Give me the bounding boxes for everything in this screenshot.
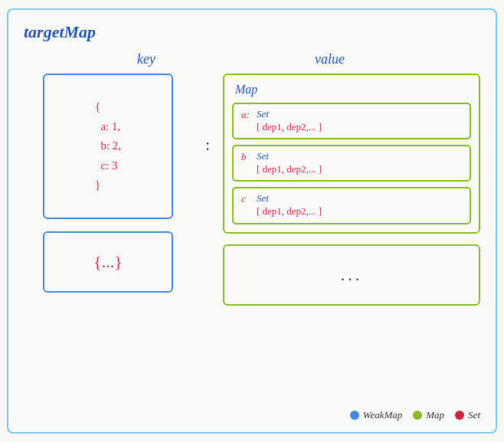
set-row-c: c Set [ dep1, dep2,... ] (232, 187, 471, 224)
set-inner-c: Set [ dep1, dep2,... ] (257, 192, 322, 218)
set-dot (455, 411, 464, 420)
key-column-header: key (70, 51, 223, 67)
key-small-content: {...} (93, 252, 123, 272)
key-large-box: { a: 1, b: 2, c: 3 } (43, 74, 173, 219)
legend: WeakMap Map Set (350, 409, 480, 421)
set-value-a: [ dep1, dep2,... ] (257, 120, 322, 134)
set-key-c: c (241, 192, 252, 206)
map-outer-box: Map a: Set [ dep1, dep2,... ] b Set [ de… (223, 74, 480, 234)
diagram-title: targetMap (24, 22, 480, 42)
set-inner-a: Set [ dep1, dep2,... ] (257, 108, 322, 134)
value-column-header: value (315, 51, 345, 67)
weakmap-label: WeakMap (363, 409, 403, 421)
set-inner-b: Set [ dep1, dep2,... ] (257, 150, 322, 176)
columns-header: key value (24, 51, 480, 67)
value-section: Map a: Set [ dep1, dep2,... ] b Set [ de… (223, 74, 480, 306)
set-title-a: Set (257, 108, 322, 120)
set-label-legend: Set (468, 409, 480, 421)
set-row-b: b Set [ dep1, dep2,... ] (232, 145, 471, 182)
colon-separator: : (192, 74, 223, 155)
diagram-rows: { a: 1, b: 2, c: 3 } {...} : Map a: Set … (24, 74, 480, 306)
key-section: { a: 1, b: 2, c: 3 } {...} (24, 74, 192, 293)
key-large-content: { a: 1, b: 2, c: 3 } (95, 97, 121, 195)
map-label: Map (232, 83, 471, 97)
legend-set: Set (455, 409, 480, 421)
legend-map: Map (413, 409, 444, 421)
ellipsis: ... (341, 265, 363, 285)
map-label-legend: Map (426, 409, 444, 421)
set-key-b: b (241, 150, 252, 164)
value-bottom-box: ... (223, 244, 480, 306)
main-container: targetMap key value { a: 1, b: 2, c: 3 }… (7, 8, 497, 434)
set-value-c: [ dep1, dep2,... ] (257, 205, 322, 218)
weakmap-dot (350, 411, 359, 420)
set-key-a: a: (241, 108, 252, 122)
legend-weakmap: WeakMap (350, 409, 403, 421)
set-value-b: [ dep1, dep2,... ] (257, 162, 322, 176)
set-title-b: Set (257, 150, 322, 162)
map-dot (413, 411, 422, 420)
set-title-c: Set (257, 192, 322, 205)
key-small-box: {...} (43, 231, 173, 293)
set-row-a: a: Set [ dep1, dep2,... ] (232, 103, 471, 139)
